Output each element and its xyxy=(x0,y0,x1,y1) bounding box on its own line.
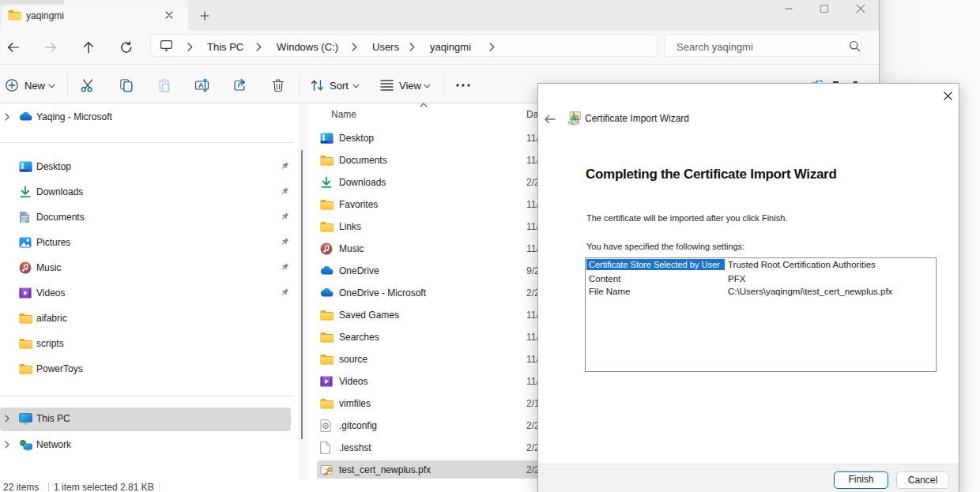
svg-text:A: A xyxy=(198,81,204,89)
